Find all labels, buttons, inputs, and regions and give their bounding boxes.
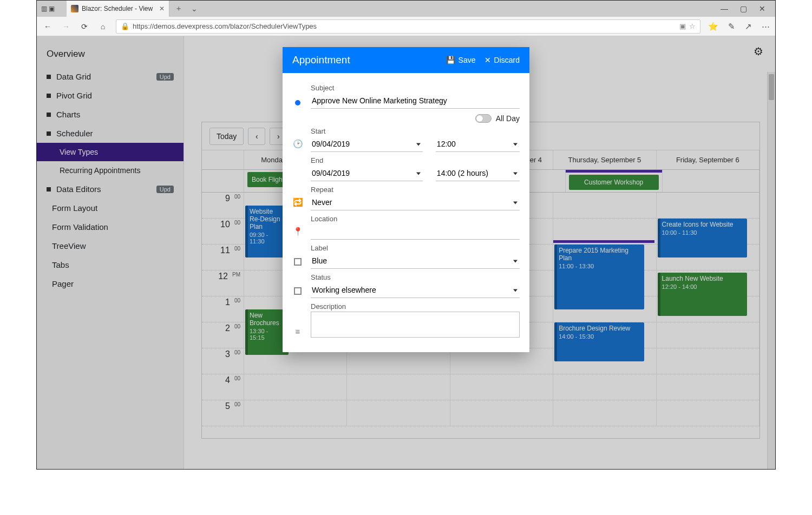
nav-refresh-icon[interactable]: ⟳ bbox=[79, 22, 90, 31]
browser-titlebar: ▥ ▣ Blazor: Scheduler - View ✕ ＋ ⌄ — ▢ ✕ bbox=[37, 1, 775, 17]
lock-icon: 🔒 bbox=[121, 22, 129, 30]
reader-icon[interactable]: ▣ bbox=[679, 22, 686, 30]
repeat-icon: 🔁 bbox=[293, 197, 303, 207]
repeat-select[interactable] bbox=[311, 195, 520, 210]
label-icon bbox=[294, 258, 302, 266]
window-close[interactable]: ✕ bbox=[759, 4, 765, 13]
tab-title: Blazor: Scheduler - View bbox=[82, 5, 153, 12]
star-icon[interactable]: ☆ bbox=[689, 22, 696, 30]
url-bar[interactable]: 🔒 https://demos.devexpress.com/blazor/Sc… bbox=[116, 19, 700, 34]
favorites-icon[interactable]: ⭐ bbox=[708, 22, 718, 31]
dialog-header: Appointment 💾 Save ✕ Discard bbox=[283, 47, 529, 73]
window-maximize[interactable]: ▢ bbox=[740, 4, 747, 13]
window-tab-icons: ▥ ▣ bbox=[37, 1, 59, 17]
more-icon[interactable]: ⋯ bbox=[762, 22, 770, 31]
subject-dot-icon bbox=[295, 100, 300, 105]
end-time-input[interactable] bbox=[436, 166, 520, 181]
nav-back-icon[interactable]: ← bbox=[42, 22, 53, 31]
repeat-label: Repeat bbox=[311, 186, 520, 194]
description-label: Description bbox=[311, 302, 520, 311]
start-label: Start bbox=[311, 127, 520, 135]
tab-overflow-icon[interactable]: ⌄ bbox=[188, 4, 201, 13]
status-select[interactable] bbox=[311, 282, 520, 298]
dialog-title: Appointment bbox=[292, 54, 350, 66]
save-button[interactable]: 💾 Save bbox=[446, 56, 476, 64]
new-tab-button[interactable]: ＋ bbox=[169, 4, 188, 14]
clock-icon: 🕑 bbox=[293, 139, 303, 149]
description-icon: ≡ bbox=[296, 327, 300, 336]
url-text: https://demos.devexpress.com/blazor/Sche… bbox=[133, 22, 317, 30]
start-time-input[interactable] bbox=[436, 136, 520, 152]
close-icon: ✕ bbox=[484, 56, 491, 64]
browser-address-bar: ← → ⟳ ⌂ 🔒 https://demos.devexpress.com/b… bbox=[37, 17, 775, 36]
allday-toggle[interactable] bbox=[475, 114, 492, 123]
subject-label: Subject bbox=[311, 84, 520, 92]
label-label: Label bbox=[311, 244, 520, 252]
end-label: End bbox=[311, 156, 520, 164]
end-date-input[interactable] bbox=[311, 166, 423, 181]
status-icon bbox=[294, 287, 302, 295]
location-input[interactable] bbox=[311, 224, 520, 240]
description-textarea[interactable] bbox=[311, 312, 520, 338]
subject-input[interactable] bbox=[311, 93, 520, 109]
favicon bbox=[71, 5, 78, 12]
label-select[interactable] bbox=[311, 253, 520, 269]
appointment-dialog: Appointment 💾 Save ✕ Discard bbox=[283, 47, 529, 352]
share-icon[interactable]: ↗ bbox=[745, 22, 752, 31]
status-label: Status bbox=[311, 273, 520, 281]
start-date-input[interactable] bbox=[311, 136, 423, 152]
tab-close-icon[interactable]: ✕ bbox=[159, 5, 165, 12]
allday-label: All Day bbox=[496, 114, 520, 123]
nav-home-icon[interactable]: ⌂ bbox=[97, 22, 108, 31]
window-minimize[interactable]: — bbox=[721, 4, 728, 13]
pen-icon[interactable]: ✎ bbox=[728, 22, 735, 31]
browser-tab[interactable]: Blazor: Scheduler - View ✕ bbox=[67, 1, 169, 17]
nav-forward-icon[interactable]: → bbox=[61, 22, 71, 31]
discard-button[interactable]: ✕ Discard bbox=[484, 56, 520, 64]
save-icon: 💾 bbox=[446, 56, 455, 64]
location-label: Location bbox=[311, 215, 520, 223]
location-icon: 📍 bbox=[293, 227, 303, 236]
